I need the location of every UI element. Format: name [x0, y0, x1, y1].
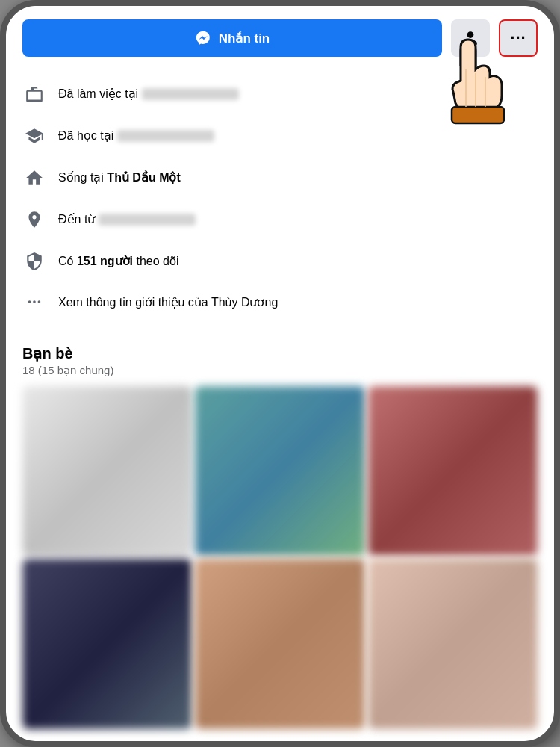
action-bar: Nhắn tin ··· — [6, 6, 554, 67]
school-info-item: Đã học tại — [22, 115, 538, 157]
friend-photo-2[interactable] — [195, 386, 364, 556]
friend-photo-1[interactable] — [22, 386, 192, 556]
briefcase-icon — [22, 82, 46, 106]
svg-point-4 — [28, 300, 31, 303]
person-icon — [462, 30, 479, 46]
friend-photo-4[interactable] — [22, 559, 192, 728]
info-list: Đã làm việc tại Đã học tại — [6, 67, 554, 321]
lives-city: Thủ Dầu Một — [107, 171, 180, 184]
friends-section: Bạn bè 18 (15 bạn chung) — [6, 337, 554, 729]
from-info-item: Đến từ — [22, 199, 538, 241]
from-blurred — [99, 214, 196, 226]
friend-photo-3[interactable] — [368, 386, 538, 556]
more-info-text[interactable]: Xem thông tin giới thiệu của Thùy Dương — [58, 295, 278, 309]
svg-point-6 — [38, 300, 41, 303]
message-button[interactable]: Nhắn tin — [22, 19, 442, 57]
friends-grid — [22, 386, 538, 729]
friends-title: Bạn bè — [22, 344, 538, 362]
home-icon — [22, 166, 46, 190]
shield-icon — [22, 249, 46, 273]
more-info-row[interactable]: Xem thông tin giới thiệu của Thùy Dương — [22, 282, 538, 321]
more-button[interactable]: ··· — [499, 19, 538, 57]
school-blurred — [117, 130, 214, 142]
svg-point-5 — [33, 300, 36, 303]
from-text: Đến từ — [58, 212, 196, 228]
lives-info-item: Sống tại Thủ Dầu Một — [22, 157, 538, 199]
work-blurred — [142, 88, 239, 100]
friend-photo-6[interactable] — [368, 559, 538, 728]
work-info-item: Đã làm việc tại — [22, 73, 538, 115]
friend-photo-5[interactable] — [195, 559, 364, 728]
messenger-icon — [195, 30, 211, 46]
screen: Nhắn tin ··· — [6, 6, 554, 741]
more-dots-label: ··· — [510, 28, 526, 48]
ellipsis-icon — [22, 290, 46, 314]
lives-text: Sống tại Thủ Dầu Một — [58, 170, 181, 186]
school-icon — [22, 124, 46, 148]
person-button[interactable] — [451, 19, 490, 57]
followers-info-item: Có 151 người theo dõi — [22, 241, 538, 282]
followers-text: Có 151 người theo dõi — [58, 254, 178, 270]
work-text: Đã làm việc tại — [58, 87, 239, 102]
message-button-label: Nhắn tin — [219, 31, 270, 46]
school-text: Đã học tại — [58, 128, 214, 144]
divider — [6, 329, 554, 329]
phone-frame: Nhắn tin ··· — [0, 0, 560, 747]
location-icon — [22, 208, 46, 232]
followers-count: 151 người — [77, 255, 133, 267]
friends-subtitle: 18 (15 bạn chung) — [22, 364, 538, 377]
